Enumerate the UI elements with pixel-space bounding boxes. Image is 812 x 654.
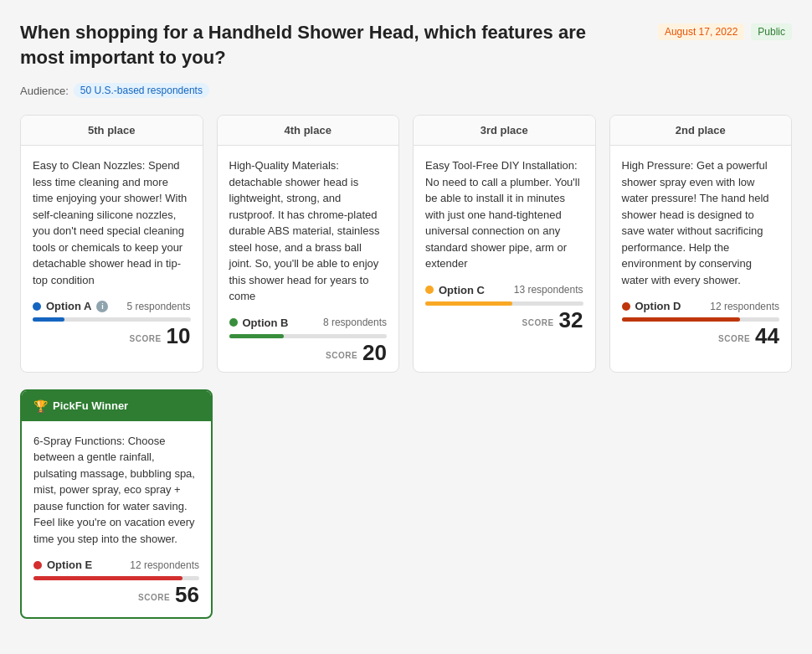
card-score-area: SCORE 32 — [425, 301, 583, 331]
card-option-row: Option A i 5 respondents — [33, 300, 191, 312]
card-score-label: SCORE — [718, 334, 750, 343]
card-score-number: 44 — [755, 325, 779, 347]
card-place-label: 5th place — [21, 116, 203, 146]
card-score-number: 20 — [362, 342, 387, 363]
info-icon[interactable]: i — [96, 301, 108, 312]
winner-option-label: Option E — [47, 559, 92, 571]
winner-score-row: SCORE 56 — [33, 584, 199, 605]
card-progress-bg — [33, 317, 191, 322]
winner-score-label: SCORE — [138, 593, 170, 602]
date-badge: August 17, 2022 — [658, 23, 744, 40]
card-score-row: SCORE 44 — [622, 325, 780, 347]
card-option-label: Option D — [635, 300, 681, 312]
place-card-1: 5th place Easy to Clean Nozzles: Spend l… — [20, 115, 203, 373]
card-progress-bg — [622, 317, 780, 322]
winner-body: 6-Spray Functions: Choose between a gent… — [22, 421, 211, 618]
card-respondents: 12 respondents — [710, 301, 779, 312]
bottom-section: 🏆 PickFu Winner 6-Spray Functions: Choos… — [20, 389, 792, 620]
card-option-label: Option A — [46, 300, 91, 312]
winner-description: 6-Spray Functions: Choose between a gent… — [33, 433, 199, 548]
card-respondents: 13 respondents — [514, 284, 583, 296]
card-body: Easy to Clean Nozzles: Spend less time c… — [21, 146, 203, 355]
winner-header: 🏆 PickFu Winner — [22, 391, 211, 421]
card-body: High Pressure: Get a powerful shower spr… — [610, 146, 792, 355]
card-score-row: SCORE 32 — [425, 309, 583, 331]
card-description: High Pressure: Get a powerful shower spr… — [622, 157, 780, 288]
cards-row: 5th place Easy to Clean Nozzles: Spend l… — [20, 115, 792, 373]
visibility-badge: Public — [751, 23, 792, 40]
card-score-label: SCORE — [326, 351, 357, 360]
card-score-area: SCORE 10 — [33, 317, 191, 347]
card-description: Easy Tool-Free DIY Installation: No need… — [425, 157, 583, 272]
winner-respondents: 12 respondents — [130, 559, 199, 571]
card-progress-fill — [229, 334, 285, 338]
card-score-row: SCORE 10 — [33, 325, 191, 347]
card-score-area: SCORE 44 — [622, 317, 780, 347]
audience-row: Audience: 50 U.S.-based respondents — [20, 83, 792, 98]
card-option-row: Option D 12 respondents — [622, 300, 780, 312]
winner-progress-bg — [33, 576, 199, 580]
place-card-4: 2nd place High Pressure: Get a powerful … — [609, 115, 793, 373]
audience-label: Audience: — [20, 85, 69, 97]
winner-option-row: Option E 12 respondents — [33, 559, 199, 571]
winner-card: 🏆 PickFu Winner 6-Spray Functions: Choos… — [20, 389, 213, 620]
card-progress-bg — [425, 301, 583, 306]
card-option-dot — [229, 318, 238, 327]
card-progress-bg — [229, 334, 388, 338]
card-description: Easy to Clean Nozzles: Spend less time c… — [33, 157, 191, 288]
winner-option-dot — [33, 561, 42, 569]
place-card-2: 4th place High-Quality Materials: detach… — [217, 115, 400, 373]
header-meta: August 17, 2022 Public — [658, 23, 792, 40]
card-option-label: Option C — [439, 284, 485, 296]
card-score-label: SCORE — [130, 334, 162, 343]
winner-header-label: PickFu Winner — [53, 399, 128, 412]
card-progress-fill — [33, 317, 64, 322]
card-option-label: Option B — [243, 317, 289, 329]
card-score-number: 10 — [167, 325, 191, 347]
card-body: Easy Tool-Free DIY Installation: No need… — [414, 146, 595, 339]
winner-score-area: SCORE 56 — [33, 576, 199, 605]
trophy-icon: 🏆 — [33, 399, 48, 413]
card-score-label: SCORE — [522, 318, 554, 327]
card-option-dot — [33, 302, 41, 311]
card-respondents: 8 respondents — [323, 317, 387, 328]
card-option-dot — [622, 302, 630, 311]
card-place-label: 3rd place — [414, 116, 595, 146]
card-score-number: 32 — [559, 309, 583, 331]
card-place-label: 2nd place — [610, 116, 792, 146]
card-score-row: SCORE 20 — [229, 342, 388, 363]
card-place-label: 4th place — [218, 116, 399, 146]
card-body: High-Quality Materials: detachable showe… — [218, 146, 399, 372]
card-description: High-Quality Materials: detachable showe… — [229, 157, 388, 305]
page-container: When shopping for a Handheld Shower Head… — [20, 20, 792, 619]
audience-tag: 50 U.S.-based respondents — [74, 83, 209, 98]
place-card-3: 3rd place Easy Tool-Free DIY Installatio… — [413, 115, 596, 373]
card-progress-fill — [622, 317, 740, 322]
winner-progress-fill — [33, 576, 182, 580]
card-score-area: SCORE 20 — [229, 334, 388, 363]
card-option-dot — [425, 286, 434, 294]
page-header: When shopping for a Handheld Shower Head… — [20, 20, 792, 70]
winner-score-number: 56 — [175, 584, 199, 605]
page-title: When shopping for a Handheld Shower Head… — [20, 20, 589, 70]
card-option-row: Option B 8 respondents — [229, 317, 388, 329]
card-progress-fill — [425, 301, 512, 306]
card-option-row: Option C 13 respondents — [425, 284, 583, 296]
card-respondents: 5 respondents — [126, 301, 190, 312]
